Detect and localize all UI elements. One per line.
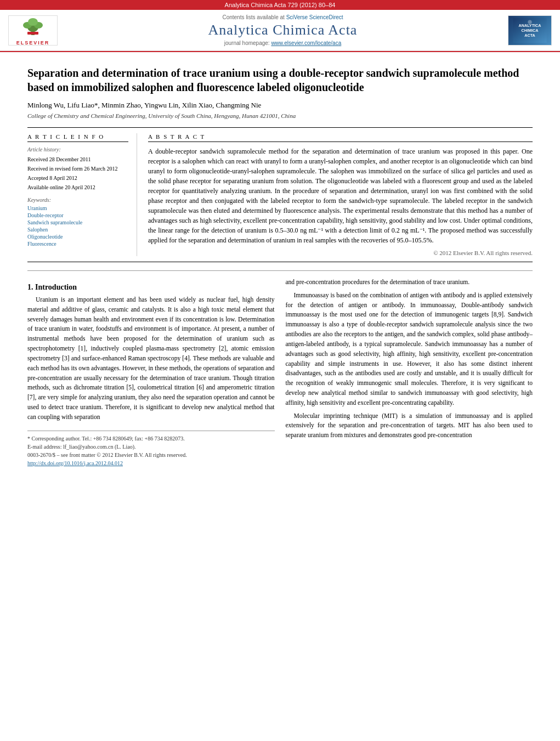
abstract-text: A double-receptor sandwich supramolecule… <box>148 146 533 245</box>
received-revised-date: Received in revised form 26 March 2012 <box>27 165 128 173</box>
received-date: Received 28 December 2011 <box>27 156 128 163</box>
keyword-3: Sandwich supramolecule <box>27 219 128 225</box>
intro-para-3: Immunoassay is based on the combination … <box>286 291 533 408</box>
intro-para-4: Molecular imprinting technique (MIT) is … <box>286 411 533 440</box>
article-title: Separation and determination of trace ur… <box>27 66 533 94</box>
footnote-email: E-mail address: lf_liao@yahoo.com.cn (L.… <box>27 443 275 451</box>
header-section: ELSEVIER Contents lists available at Sci… <box>0 10 560 52</box>
keyword-1: Uranium <box>27 205 128 211</box>
history-label: Article history: <box>27 146 128 152</box>
article-body: Separation and determination of trace ur… <box>0 52 560 478</box>
article-col-left: 1. Introduction Uranium is an important … <box>27 278 275 467</box>
journal-homepage: journal homepage: www.elsevier.com/locat… <box>69 40 497 46</box>
svg-point-10 <box>528 20 531 24</box>
header-center: Contents lists available at SciVerse Sci… <box>69 14 497 46</box>
article-info-col: A R T I C L E I N F O Article history: R… <box>27 133 137 256</box>
keyword-4: Salophen <box>27 227 128 233</box>
affiliation: College of Chemistry and Chemical Engine… <box>27 112 533 119</box>
elsevier-text: ELSEVIER <box>16 40 50 46</box>
article-main-cols: 1. Introduction Uranium is an important … <box>27 278 533 467</box>
footnote-section: * Corresponding author. Tel.: +86 734 82… <box>27 431 275 467</box>
article-info-header: A R T I C L E I N F O <box>27 133 128 142</box>
journal-top-bar: Analytica Chimica Acta 729 (2012) 80–84 <box>0 0 560 10</box>
footnote-doi-link[interactable]: http://dx.doi.org/10.1016/j.aca.2012.04.… <box>27 460 123 466</box>
svg-text:CHIMICA: CHIMICA <box>522 28 539 33</box>
keyword-5: Oligonucleotide <box>27 234 128 240</box>
authors-line: Minlong Wu, Lifu Liao*, Minmin Zhao, Yin… <box>27 101 533 110</box>
svg-point-4 <box>28 18 38 26</box>
intro-para-1: Uranium is an important element and has … <box>27 295 275 422</box>
section-divider <box>27 270 533 271</box>
copyright-line: © 2012 Elsevier B.V. All rights reserved… <box>148 250 533 256</box>
sciverse-link[interactable]: SciVerse ScienceDirect <box>286 14 343 20</box>
available-online-date: Available online 20 April 2012 <box>27 184 128 191</box>
svg-text:ACTA: ACTA <box>524 33 535 38</box>
article-col-right: and pre-concentration procedures for the… <box>286 278 533 467</box>
journal-title-main: Analytica Chimica Acta <box>69 22 497 38</box>
homepage-url[interactable]: www.elsevier.com/locate/aca <box>271 40 341 46</box>
author-list: Minlong Wu, Lifu Liao*, Minmin Zhao, Yin… <box>27 101 261 109</box>
homepage-label: journal homepage: <box>224 40 270 46</box>
keyword-6: Fluorescence <box>27 241 128 247</box>
elsevier-logo: ELSEVIER <box>8 15 58 46</box>
elsevier-tree-icon <box>16 15 49 39</box>
footnote-corresponding: * Corresponding author. Tel.: +86 734 82… <box>27 434 275 443</box>
keywords-section: Keywords: Uranium Double-receptor Sandwi… <box>27 197 128 247</box>
footnote-issn: 0003-2670/$ – see front matter © 2012 El… <box>27 451 275 459</box>
svg-rect-5 <box>27 32 38 35</box>
article-info-abstract-section: A R T I C L E I N F O Article history: R… <box>27 127 533 262</box>
intro-para-2: and pre-concentration procedures for the… <box>286 278 533 287</box>
aca-logo: ANALYTICA CHIMICA ACTA <box>508 15 552 46</box>
sciverse-text: Contents lists available at <box>222 14 284 20</box>
footnote-doi: http://dx.doi.org/10.1016/j.aca.2012.04.… <box>27 459 275 467</box>
accepted-date: Accepted 8 April 2012 <box>27 174 128 182</box>
intro-header: 1. Introduction <box>27 283 275 292</box>
keywords-label: Keywords: <box>27 197 128 203</box>
keyword-2: Double-receptor <box>27 212 128 218</box>
header-top: ELSEVIER Contents lists available at Sci… <box>0 10 560 51</box>
abstract-col: A B S T R A C T A double-receptor sandwi… <box>148 133 533 256</box>
abstract-header: A B S T R A C T <box>148 133 533 142</box>
sciverse-line: Contents lists available at SciVerse Sci… <box>69 14 497 20</box>
